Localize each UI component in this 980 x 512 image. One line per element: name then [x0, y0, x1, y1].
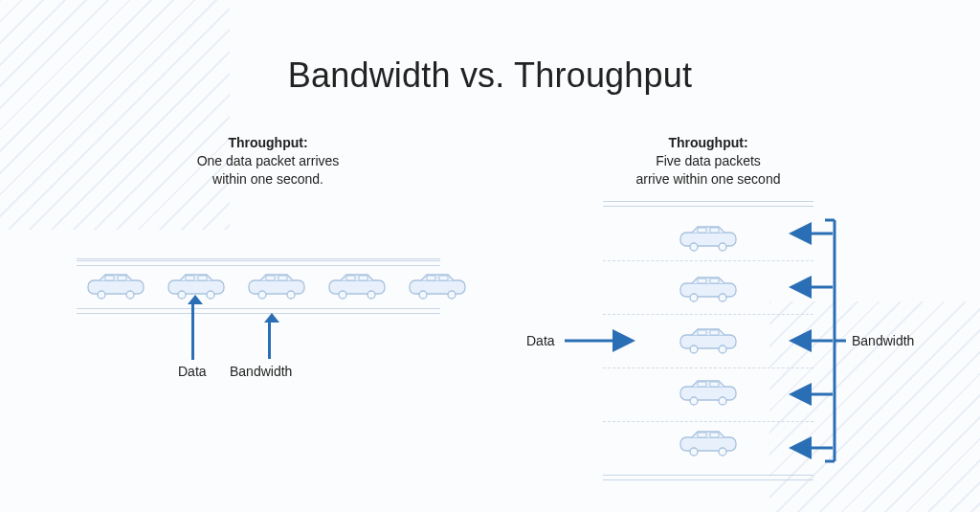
car-icon	[679, 379, 738, 406]
car-row	[86, 273, 431, 301]
car-icon	[408, 273, 467, 300]
car-icon	[86, 273, 145, 300]
label-data-right: Data	[526, 333, 555, 348]
caption-right-line2: arrive within one second	[636, 171, 781, 187]
caption-right: Throughput: Five data packets arrive wit…	[517, 134, 900, 189]
bg-hatch-top-left	[0, 0, 230, 230]
caption-right-strong: Throughput:	[668, 135, 747, 150]
caption-left-strong: Throughput:	[228, 135, 307, 150]
car-icon	[679, 430, 738, 456]
caption-left: Throughput: One data packet arrives with…	[77, 134, 459, 189]
label-bandwidth-right: Bandwidth	[852, 333, 914, 348]
road-single-lane	[77, 258, 440, 316]
car-icon	[679, 225, 738, 252]
arrow-bandwidth-left	[268, 323, 271, 359]
car-icon	[679, 327, 738, 354]
panel-single-lane: Throughput: One data packet arrives with…	[77, 134, 459, 189]
lane-stack	[603, 212, 813, 469]
panel-multi-lane: Throughput: Five data packets arrive wit…	[517, 134, 900, 189]
page-title: Bandwidth vs. Throughput	[0, 56, 980, 96]
car-icon	[327, 273, 387, 300]
caption-left-line2: within one second.	[212, 171, 323, 187]
road-multi-lane	[603, 201, 813, 480]
arrow-data-left	[191, 304, 194, 360]
label-bandwidth-left: Bandwidth	[230, 364, 292, 379]
car-icon	[679, 276, 738, 302]
caption-left-line1: One data packet arrives	[197, 153, 340, 168]
caption-right-line1: Five data packets	[656, 153, 761, 168]
label-data-left: Data	[178, 364, 207, 379]
car-icon	[247, 273, 306, 300]
